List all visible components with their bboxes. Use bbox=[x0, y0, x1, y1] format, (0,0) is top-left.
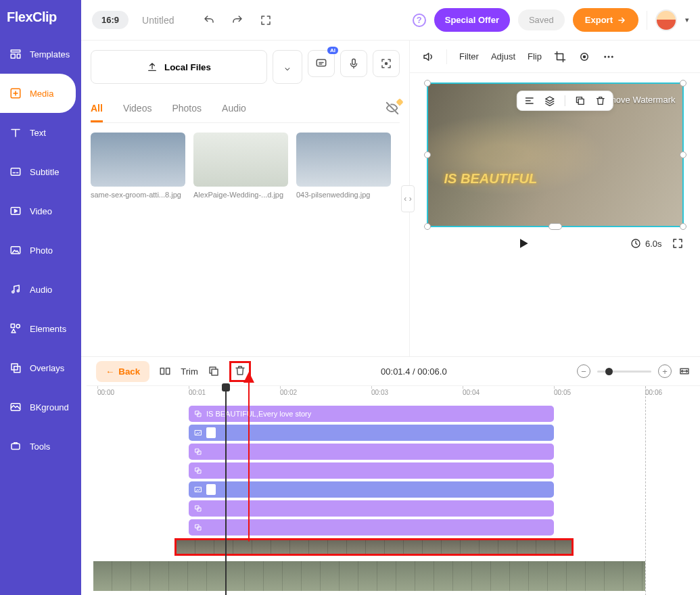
capture-icon bbox=[380, 57, 392, 70]
special-offer-button[interactable]: Special Offer bbox=[434, 8, 510, 32]
project-title[interactable]: Untitled bbox=[142, 15, 174, 26]
timeline-ruler[interactable]: 00:00 00:01 00:02 00:03 00:04 00:05 00:0… bbox=[87, 385, 700, 400]
layers-icon bbox=[194, 523, 202, 531]
chevron-down-icon: ⌵ bbox=[285, 62, 290, 72]
copy-icon[interactable] bbox=[574, 95, 585, 106]
avatar[interactable] bbox=[655, 9, 677, 31]
ai-script-button[interactable]: AI bbox=[308, 50, 335, 77]
sidebar-item-text[interactable]: Text bbox=[0, 113, 81, 152]
tab-all[interactable]: All bbox=[91, 96, 103, 122]
resize-handle[interactable] bbox=[680, 80, 686, 87]
sidebar-item-overlays[interactable]: Overlays bbox=[0, 348, 81, 387]
layer-clip[interactable] bbox=[189, 500, 554, 517]
undo-button[interactable] bbox=[199, 10, 219, 30]
duration-label[interactable]: 6.0s bbox=[630, 238, 662, 249]
main-video-clip[interactable] bbox=[93, 561, 645, 591]
resize-handle[interactable] bbox=[424, 151, 431, 158]
play-button[interactable] bbox=[517, 237, 530, 250]
back-button[interactable]: ←Back bbox=[96, 361, 149, 382]
chevron-down-icon[interactable]: ▾ bbox=[685, 16, 689, 24]
sidebar-item-tools[interactable]: Tools bbox=[0, 427, 81, 466]
split-icon[interactable] bbox=[159, 365, 171, 377]
resize-handle[interactable] bbox=[680, 223, 686, 230]
resize-handle[interactable] bbox=[680, 151, 686, 158]
resize-handle[interactable] bbox=[424, 223, 431, 230]
preview-canvas[interactable]: Remove Watermark IS BEAUTIFUL bbox=[427, 82, 684, 227]
sidebar-item-audio[interactable]: Audio bbox=[0, 270, 81, 309]
layer-clip[interactable] bbox=[189, 462, 554, 479]
sidebar-item-video[interactable]: Video bbox=[0, 191, 81, 231]
layers-icon bbox=[194, 467, 202, 475]
timeline-tracks[interactable]: IS BEAUTIFUL,Every love story bbox=[87, 400, 700, 595]
zoom-out-button[interactable]: − bbox=[577, 364, 590, 378]
layer-clip[interactable] bbox=[189, 519, 554, 536]
fullscreen-button[interactable] bbox=[256, 10, 276, 30]
trim-button[interactable]: Trim bbox=[181, 366, 198, 377]
duplicate-icon[interactable] bbox=[208, 365, 220, 377]
layer-clip[interactable] bbox=[189, 444, 554, 460]
record-audio-button[interactable] bbox=[340, 50, 367, 77]
svg-rect-16 bbox=[352, 59, 356, 64]
sidebar-item-background[interactable]: BKground bbox=[0, 387, 81, 427]
align-icon[interactable] bbox=[523, 95, 534, 106]
sidebar-item-templates[interactable]: Templates bbox=[0, 34, 81, 74]
sidebar-item-label: BKground bbox=[30, 402, 69, 412]
tab-audio[interactable]: Audio bbox=[222, 96, 246, 122]
clock-icon bbox=[630, 238, 641, 249]
sidebar-item-subtitle[interactable]: Subtitle bbox=[0, 152, 81, 191]
help-button[interactable]: ? bbox=[413, 14, 426, 27]
upload-dropdown-button[interactable]: ⌵ bbox=[273, 50, 302, 84]
svg-point-7 bbox=[12, 291, 14, 293]
clip-label: IS BEAUTIFUL,Every love story bbox=[206, 410, 311, 418]
media-thumb[interactable]: same-sex-groom-atti...8.jpg bbox=[91, 133, 185, 199]
delete-icon[interactable] bbox=[594, 95, 605, 106]
adjust-button[interactable]: Adjust bbox=[491, 51, 515, 62]
audio-icon bbox=[9, 283, 22, 295]
video-clip-selected[interactable] bbox=[174, 538, 574, 556]
image-clip[interactable] bbox=[189, 481, 554, 498]
blur-icon[interactable] bbox=[578, 51, 590, 63]
volume-icon[interactable] bbox=[422, 51, 434, 63]
zoom-fit-button[interactable] bbox=[678, 365, 691, 377]
selection-toolbar bbox=[516, 91, 613, 111]
aspect-ratio-chip[interactable]: 16:9 bbox=[92, 11, 129, 29]
fullscreen-preview-button[interactable] bbox=[672, 237, 684, 249]
media-thumb[interactable]: AlexPaige-Wedding-...d.jpg bbox=[193, 133, 288, 199]
export-button[interactable]: Export bbox=[573, 8, 638, 32]
text-clip[interactable]: IS BEAUTIFUL,Every love story bbox=[189, 406, 554, 422]
filter-button[interactable]: Filter bbox=[459, 51, 479, 62]
flip-button[interactable]: Flip bbox=[528, 51, 542, 62]
hide-unused-button[interactable] bbox=[385, 101, 400, 118]
playhead[interactable] bbox=[225, 386, 227, 595]
local-files-button[interactable]: Local Files bbox=[91, 50, 267, 84]
ai-badge: AI bbox=[327, 47, 338, 54]
delete-button-highlight bbox=[229, 361, 251, 382]
sidebar-item-photo[interactable]: Photo bbox=[0, 231, 81, 270]
sidebar-item-media[interactable]: Media bbox=[0, 74, 76, 113]
zoom-slider[interactable] bbox=[597, 371, 651, 373]
elements-icon bbox=[9, 323, 22, 335]
sidebar-item-label: Overlays bbox=[30, 363, 64, 373]
redo-button[interactable] bbox=[227, 10, 248, 30]
media-thumb[interactable]: 043-pilsenwedding.jpg bbox=[296, 133, 391, 199]
image-clip[interactable] bbox=[189, 425, 554, 441]
record-screen-button[interactable] bbox=[373, 50, 400, 77]
image-icon bbox=[194, 485, 202, 494]
panel-resize-handle[interactable]: ‹ › bbox=[401, 185, 415, 212]
tab-photos[interactable]: Photos bbox=[172, 96, 202, 122]
ruler-tick: 00:00 bbox=[97, 389, 114, 396]
tab-videos[interactable]: Videos bbox=[123, 96, 152, 122]
sidebar-item-elements[interactable]: Elements bbox=[0, 309, 81, 348]
zoom-in-button[interactable]: + bbox=[658, 364, 672, 378]
resize-handle[interactable] bbox=[549, 223, 562, 230]
crop-icon[interactable] bbox=[554, 51, 566, 63]
canvas-text-overlay[interactable]: IS BEAUTIFUL bbox=[444, 171, 538, 187]
more-icon[interactable] bbox=[603, 51, 615, 63]
svg-point-20 bbox=[604, 55, 606, 57]
templates-icon bbox=[9, 48, 22, 60]
sidebar-item-label: Media bbox=[30, 89, 53, 99]
delete-button[interactable] bbox=[234, 364, 246, 377]
layers-icon[interactable] bbox=[544, 95, 555, 106]
svg-rect-26 bbox=[166, 368, 170, 375]
resize-handle[interactable] bbox=[424, 80, 431, 87]
